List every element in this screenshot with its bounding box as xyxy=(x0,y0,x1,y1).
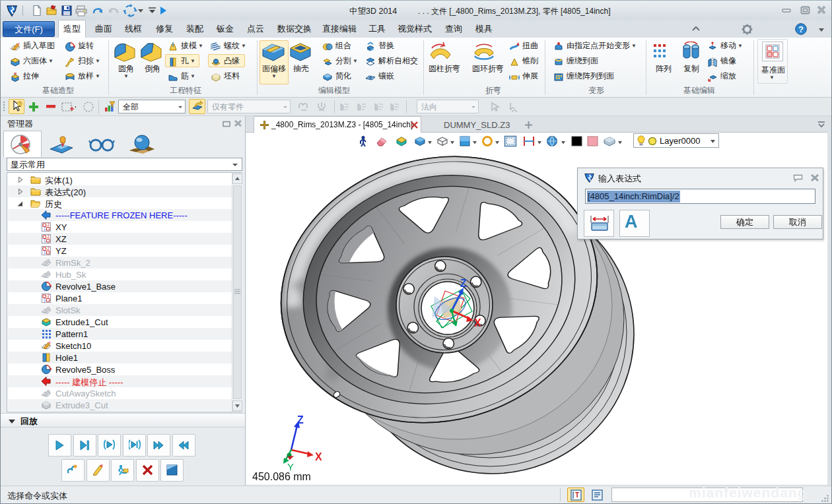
svg-text:Z: Z xyxy=(297,414,304,425)
svg-text:1: 1 xyxy=(44,250,46,255)
svg-text:T: T xyxy=(575,491,579,499)
svg-text:Z: Z xyxy=(460,278,467,289)
svg-text:1: 1 xyxy=(44,226,46,231)
svg-text:2: 2 xyxy=(48,294,50,298)
svg-text:X: X xyxy=(315,451,322,462)
svg-text:1: 1 xyxy=(44,238,46,243)
svg-text:2: 2 xyxy=(48,246,50,251)
svg-text:1: 1 xyxy=(44,298,46,302)
svg-text:?: ? xyxy=(18,102,21,106)
svg-text:?: ? xyxy=(798,24,804,34)
svg-text:2: 2 xyxy=(48,222,50,227)
svg-text:450.086 mm: 450.086 mm xyxy=(252,471,311,482)
svg-text:X: X xyxy=(474,317,481,329)
svg-text:2: 2 xyxy=(48,234,50,239)
